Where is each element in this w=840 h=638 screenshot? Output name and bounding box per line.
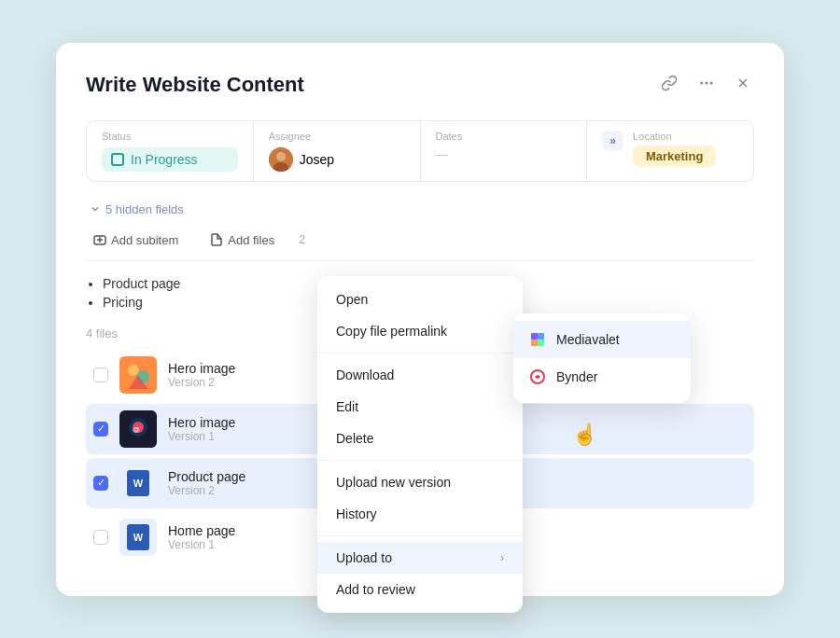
upload-to-submenu: Mediavalet Bynder: [513, 313, 691, 403]
word-icon: W: [127, 470, 149, 496]
menu-item-edit[interactable]: Edit: [317, 391, 523, 423]
svg-rect-22: [538, 340, 544, 346]
expand-cell: » Location Marketing: [587, 121, 753, 181]
menu-divider: [317, 535, 523, 536]
bynder-icon: [528, 368, 547, 386]
add-subitem-button[interactable]: Add subitem: [86, 229, 186, 251]
dates-value: —: [436, 147, 572, 161]
link-icon-button[interactable]: [657, 73, 681, 98]
status-icon: [111, 153, 124, 166]
task-modal: Write Website Content Status: [56, 43, 784, 596]
menu-divider: [317, 353, 523, 354]
add-files-label: Add files: [228, 233, 274, 247]
menu-item-upload-to[interactable]: Upload to ›: [317, 542, 523, 574]
word-icon: W: [127, 524, 149, 550]
location-cell[interactable]: Location Marketing: [633, 131, 716, 164]
svg-point-1: [706, 81, 708, 84]
status-chip[interactable]: In Progress: [102, 147, 238, 172]
status-label: Status: [102, 131, 238, 142]
svg-rect-20: [538, 333, 544, 340]
submenu-arrow-icon: ›: [500, 551, 504, 564]
file-checkbox[interactable]: [93, 530, 108, 545]
submenu-item-mediavalet[interactable]: Mediavalet: [513, 321, 691, 358]
status-cell[interactable]: Status In Progress: [87, 121, 254, 181]
toolbar-count: 2: [299, 233, 305, 246]
svg-text:@: @: [133, 425, 140, 434]
mediavalet-icon: [528, 330, 547, 349]
avatar: [269, 147, 293, 172]
file-thumbnail: [119, 356, 157, 394]
hidden-fields-label: 5 hidden fields: [105, 202, 184, 216]
location-label: Location: [633, 131, 716, 142]
menu-divider: [317, 460, 523, 461]
file-thumbnail: W: [119, 465, 157, 502]
menu-item-upload-new-version[interactable]: Upload new version: [317, 466, 523, 498]
menu-item-copy-permalink[interactable]: Copy file permalink: [317, 315, 523, 347]
upload-to-label: Upload to: [336, 550, 392, 565]
properties-row: Status In Progress Assignee Josep Da: [86, 120, 754, 182]
context-menu: Open Copy file permalink Download Edit D…: [317, 276, 523, 613]
file-thumbnail: W: [119, 519, 157, 556]
hidden-fields-toggle[interactable]: 5 hidden fields: [90, 202, 754, 216]
assignee-value: Josep: [269, 147, 405, 172]
status-value: In Progress: [131, 152, 198, 167]
assignee-cell[interactable]: Assignee Josep: [254, 121, 421, 181]
svg-point-0: [700, 81, 703, 84]
mediavalet-label: Mediavalet: [556, 332, 620, 347]
add-files-button[interactable]: Add files: [203, 229, 282, 251]
svg-rect-19: [531, 333, 538, 340]
assignee-label: Assignee: [269, 131, 405, 142]
svg-point-2: [710, 81, 713, 84]
modal-actions: [657, 73, 754, 98]
menu-item-add-to-review[interactable]: Add to review: [317, 574, 523, 605]
expand-button[interactable]: »: [602, 131, 623, 151]
modal-header: Write Website Content: [86, 73, 754, 98]
close-button[interactable]: [732, 74, 754, 97]
toolbar: Add subitem Add files 2: [86, 229, 754, 261]
menu-item-delete[interactable]: Delete: [317, 423, 523, 454]
dates-label: Dates: [436, 131, 572, 142]
file-checkbox[interactable]: ✓: [93, 476, 108, 491]
assignee-name: Josep: [300, 152, 334, 167]
svg-rect-21: [531, 340, 538, 346]
menu-item-open[interactable]: Open: [317, 284, 523, 315]
menu-item-history[interactable]: History: [317, 498, 523, 530]
add-subitem-label: Add subitem: [111, 233, 178, 247]
more-options-button[interactable]: [694, 73, 719, 98]
file-checkbox[interactable]: ✓: [93, 422, 108, 437]
file-checkbox[interactable]: [93, 368, 108, 382]
location-value: Marketing: [633, 146, 716, 167]
submenu-item-bynder[interactable]: Bynder: [513, 358, 691, 395]
dates-cell[interactable]: Dates —: [421, 121, 588, 181]
bynder-label: Bynder: [556, 369, 597, 384]
modal-title: Write Website Content: [86, 73, 304, 97]
file-thumbnail: @: [119, 410, 157, 448]
svg-point-6: [276, 152, 286, 161]
menu-item-download[interactable]: Download: [317, 359, 523, 391]
